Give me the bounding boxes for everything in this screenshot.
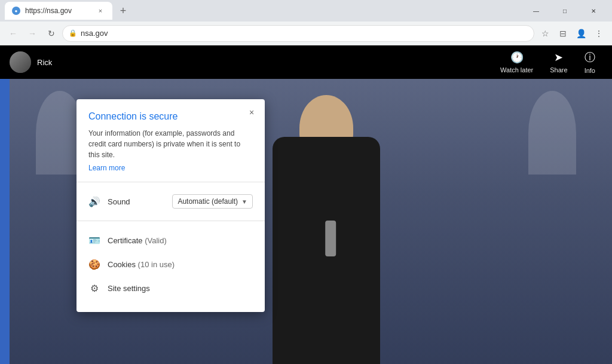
close-button[interactable]: ✕	[580, 0, 607, 22]
yt-controls-right: 🕐 Watch later ➤ Share ⓘ Info	[493, 45, 602, 79]
share-button[interactable]: ➤ Share	[543, 46, 574, 78]
learn-more-link[interactable]: Learn more	[88, 164, 253, 172]
info-label: Info	[585, 67, 595, 74]
channel-avatar	[10, 51, 31, 73]
info-icon: ⓘ	[585, 50, 595, 65]
popup-title: Connection is secure	[88, 111, 253, 122]
avatar-image	[10, 51, 31, 73]
certificate-label: Certificate	[108, 236, 143, 245]
certificate-row[interactable]: 🪪 Certificate (Valid)	[88, 228, 253, 252]
forward-button[interactable]: →	[24, 25, 41, 42]
share-label: Share	[550, 66, 567, 74]
dropdown-arrow-icon: ▼	[241, 198, 247, 205]
minimize-button[interactable]: —	[522, 0, 550, 22]
certificate-text: Certificate (Valid)	[108, 236, 167, 245]
title-bar: ● https://nsa.gov × + — □ ✕	[0, 0, 612, 22]
maximize-button[interactable]: □	[551, 0, 579, 22]
tab-url: https://nsa.gov	[25, 7, 72, 15]
site-settings-icon: ⚙	[88, 282, 100, 294]
sound-icon: 🔊	[88, 195, 100, 207]
channel-name: Rick	[37, 58, 52, 67]
cookies-icon: 🍪	[88, 258, 100, 270]
lock-icon: 🔒	[69, 29, 77, 37]
tab-strip: ● https://nsa.gov × +	[5, 0, 522, 22]
site-settings-text: Site settings	[108, 284, 150, 293]
bookmark-button[interactable]: ☆	[537, 25, 553, 42]
tab-search-button[interactable]: ⊟	[555, 25, 571, 42]
site-settings-row[interactable]: ⚙ Site settings	[88, 276, 253, 300]
info-button[interactable]: ⓘ Info	[577, 45, 602, 79]
popup-description: Your information (for example, passwords…	[88, 128, 253, 160]
popup-divider-2	[76, 221, 265, 221]
yt-header: Rick 🕐 Watch later ➤ Share ⓘ Info	[0, 45, 612, 79]
omnibox-actions: ☆ ⊟ 👤 ⋮	[537, 25, 607, 42]
active-tab[interactable]: ● https://nsa.gov ×	[5, 2, 112, 20]
certificate-sub: (Valid)	[145, 236, 167, 245]
tab-close-button[interactable]: ×	[96, 6, 105, 16]
sound-value: Automatic (default)	[178, 197, 238, 206]
window-controls: — □ ✕	[522, 0, 607, 22]
watch-later-button[interactable]: 🕐 Watch later	[493, 46, 540, 78]
back-button[interactable]: ←	[5, 25, 22, 42]
channel-info: Rick	[10, 51, 52, 73]
cookies-text: Cookies (10 in use)	[108, 260, 175, 269]
new-tab-button[interactable]: +	[115, 2, 131, 19]
page-content: Rick 🕐 Watch later ➤ Share ⓘ Info	[0, 45, 612, 364]
cookies-sub: (10 in use)	[138, 260, 175, 269]
certificate-icon: 🪪	[88, 234, 100, 246]
profile-button[interactable]: 👤	[573, 25, 589, 42]
omnibox[interactable]: 🔒 nsa.gov	[62, 25, 534, 42]
tab-favicon: ●	[12, 7, 20, 15]
cookies-row[interactable]: 🍪 Cookies (10 in use)	[88, 252, 253, 276]
microphone	[325, 221, 336, 256]
sound-label: Sound	[108, 197, 165, 206]
share-icon: ➤	[554, 51, 563, 64]
omnibox-url: nsa.gov	[81, 29, 108, 38]
omnibox-bar: ← → ↻ 🔒 nsa.gov ☆ ⊟ 👤 ⋮	[0, 22, 612, 45]
reload-button[interactable]: ↻	[43, 25, 60, 42]
sound-row: 🔊 Sound Automatic (default) ▼	[88, 189, 253, 213]
menu-button[interactable]: ⋮	[590, 25, 607, 42]
left-sidebar	[0, 45, 10, 364]
watch-later-icon: 🕐	[510, 51, 524, 64]
church-window-right	[528, 91, 576, 175]
security-popup: × Connection is secure Your information …	[76, 99, 265, 312]
sound-dropdown[interactable]: Automatic (default) ▼	[172, 194, 253, 209]
cookies-label: Cookies	[108, 260, 136, 269]
watch-later-label: Watch later	[500, 66, 533, 74]
popup-divider-1	[76, 182, 265, 182]
popup-close-button[interactable]: ×	[244, 105, 259, 120]
